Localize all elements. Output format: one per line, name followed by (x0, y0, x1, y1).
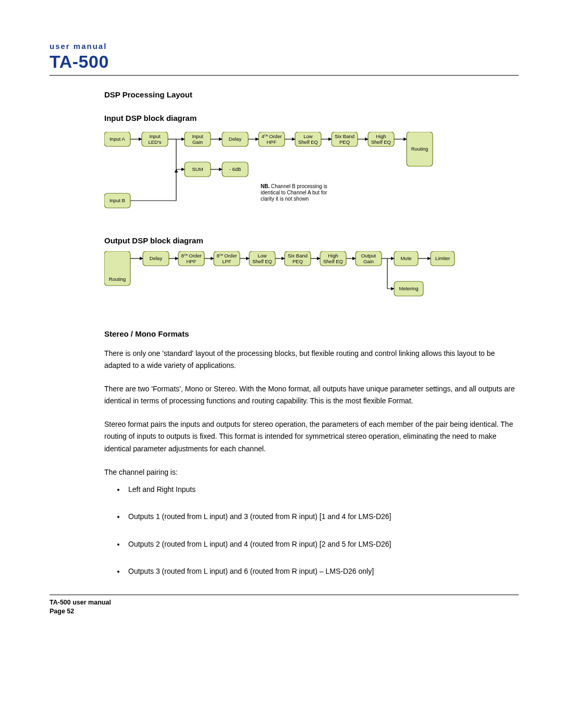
footer-page: Page 52 (50, 607, 519, 616)
svg-text:HPF: HPF (267, 139, 277, 145)
block-input-a: Input A (104, 132, 130, 146)
doc-subtitle: user manual (50, 42, 519, 51)
svg-text:Gain: Gain (363, 258, 374, 264)
svg-text:Delay: Delay (150, 255, 163, 261)
block-out-hpf: 8ᵗʰ Order HPF (178, 251, 204, 266)
svg-text:Input: Input (149, 133, 160, 139)
block-out-mute: Mute (394, 251, 418, 266)
para-3: Stereo format pairs the inputs and outpu… (104, 418, 519, 454)
svg-text:- 6dB: - 6dB (229, 166, 241, 172)
svg-text:identical to Channel A but for: identical to Channel A but for (261, 190, 327, 195)
svg-text:HPF: HPF (187, 258, 197, 264)
footer-doc: TA-500 user manual (50, 598, 519, 607)
svg-text:clarity it is not shown: clarity it is not shown (261, 196, 309, 202)
block-out-peq: Six Band PEQ (285, 251, 311, 266)
svg-text:Routing: Routing (109, 276, 126, 282)
heading-output-diagram: Output DSP block diagram (104, 236, 519, 245)
svg-text:LED's: LED's (148, 139, 161, 145)
list-item: Left and Right Inputs (125, 484, 519, 495)
block-out-limiter: Limiter (431, 251, 455, 266)
header-rule (50, 75, 519, 76)
list-item: Outputs 1 (routed from L input) and 3 (r… (125, 511, 519, 522)
svg-text:4ᵗʰ Order: 4ᵗʰ Order (261, 133, 282, 139)
block-minus6: - 6dB (222, 162, 248, 177)
para-1: There is only one 'standard' layout of t… (104, 348, 519, 372)
doc-title: TA-500 (50, 52, 519, 72)
footer-rule (50, 595, 519, 595)
svg-text:Input B: Input B (109, 198, 125, 203)
svg-text:Shelf EQ: Shelf EQ (371, 139, 391, 145)
svg-text:PEQ: PEQ (292, 258, 303, 264)
block-out-routing: Routing (104, 251, 130, 286)
svg-text:Six Band: Six Band (288, 253, 308, 258)
list-item: Outputs 3 (routed from L input) and 6 (r… (125, 565, 519, 577)
svg-text:SUM: SUM (192, 166, 203, 172)
block-high-shelf: High Shelf EQ (368, 132, 394, 146)
svg-text:High: High (376, 133, 386, 139)
block-peq: Six Band PEQ (332, 132, 358, 146)
input-diagram: Input A Input LED's Input Gain Delay 4ᵗʰ… (104, 132, 519, 220)
svg-text:Routing: Routing (411, 146, 429, 152)
output-diagram: Routing Delay 8ᵗʰ Order HPF 8ᵗʰ Order LP… (104, 251, 519, 314)
svg-text:Shelf EQ: Shelf EQ (298, 139, 318, 145)
block-delay: Delay (222, 132, 248, 146)
block-input-b: Input B (104, 193, 130, 208)
block-out-delay: Delay (143, 251, 169, 266)
svg-text:PEQ: PEQ (339, 139, 350, 145)
para-4: The channel pairing is: (104, 466, 519, 478)
bullet-list: Left and Right Inputs Outputs 1 (routed … (125, 484, 519, 577)
svg-text:Input: Input (192, 133, 203, 139)
block-routing: Routing (407, 132, 433, 166)
block-out-lpf: 8ᵗʰ Order LPF (214, 251, 240, 266)
svg-text:Delay: Delay (229, 136, 242, 142)
svg-text:NB. Channel B processing is: NB. Channel B processing is (261, 183, 327, 189)
block-hpf: 4ᵗʰ Order HPF (259, 132, 285, 146)
svg-text:Six Band: Six Band (335, 133, 354, 139)
svg-text:8ᵗʰ Order: 8ᵗʰ Order (216, 253, 237, 258)
block-out-metering: Metering (394, 281, 423, 296)
svg-text:Input A: Input A (109, 136, 125, 142)
svg-text:Low: Low (258, 253, 267, 258)
block-out-low: Low Shelf EQ (249, 251, 275, 266)
para-2: There are two 'Formats', Mono or Stereo.… (104, 383, 519, 407)
body-text: There is only one 'standard' layout of t… (104, 348, 519, 577)
svg-text:Mute: Mute (400, 255, 411, 261)
svg-text:Shelf EQ: Shelf EQ (323, 258, 343, 264)
svg-text:Metering: Metering (399, 286, 419, 291)
block-out-high: High Shelf EQ (320, 251, 346, 266)
svg-text:LPF: LPF (222, 258, 231, 264)
block-out-gain: Output Gain (356, 251, 382, 266)
block-sum: SUM (185, 162, 211, 177)
block-input-gain: Input Gain (185, 132, 211, 146)
block-low-shelf: Low Shelf EQ (295, 132, 321, 146)
svg-text:Output: Output (361, 253, 376, 258)
svg-text:Shelf EQ: Shelf EQ (252, 258, 272, 264)
heading-formats: Stereo / Mono Formats (104, 329, 519, 338)
svg-text:Limiter: Limiter (435, 255, 450, 261)
svg-text:Low: Low (303, 133, 313, 139)
list-item: Outputs 2 (routed from L input) and 4 (r… (125, 538, 519, 550)
svg-text:Gain: Gain (192, 139, 203, 145)
svg-text:8ᵗʰ Order: 8ᵗʰ Order (181, 253, 201, 258)
block-input-leds: Input LED's (142, 132, 168, 146)
section-heading-dsp: DSP Processing Layout (104, 90, 519, 99)
svg-text:High: High (328, 253, 338, 258)
heading-input-diagram: Input DSP block diagram (104, 114, 519, 122)
